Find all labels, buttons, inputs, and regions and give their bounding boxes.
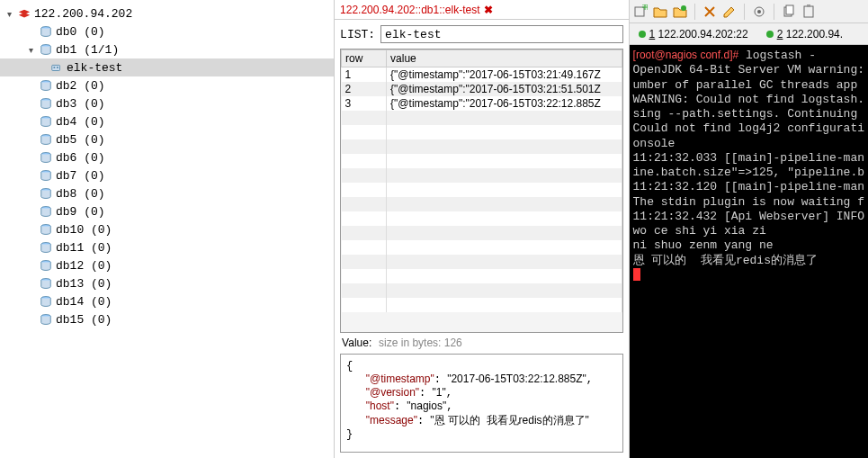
new-tab-icon[interactable]	[633, 4, 648, 19]
tree-db-label: db6 (0)	[56, 151, 105, 165]
terminal-tabs: 1 122.200.94.202:22 2 122.200.94.	[630, 23, 868, 45]
open-icon[interactable]	[653, 4, 667, 19]
db-icon	[40, 169, 52, 182]
list-table[interactable]: row value 1{"@timestamp":"2017-06-15T03:…	[340, 49, 622, 333]
tree-db-item[interactable]: db11 (0)	[0, 238, 334, 256]
tree-db-label: db0 (0)	[56, 25, 105, 39]
db-icon	[40, 97, 52, 110]
db-icon	[40, 241, 52, 254]
svg-rect-2	[52, 65, 60, 70]
redis-icon	[18, 7, 31, 20]
svg-point-20	[681, 5, 686, 11]
tree-db-label: db3 (0)	[56, 97, 105, 111]
tree-db-label: db7 (0)	[56, 169, 105, 183]
terminal-toolbar	[630, 0, 868, 23]
close-icon[interactable]: ✖	[484, 4, 493, 16]
tree-db-label: db9 (0)	[56, 205, 105, 219]
tree-db-item[interactable]: ▾ db1 (1/1)	[0, 40, 334, 58]
tree-db-label: db12 (0)	[56, 259, 112, 273]
tree-db-label: db1 (1/1)	[56, 43, 119, 57]
db-icon	[40, 313, 52, 326]
chevron-down-icon: ▾	[4, 9, 14, 19]
tree-db-item[interactable]: db6 (0)	[0, 148, 334, 166]
tree-db-label: db8 (0)	[56, 187, 105, 201]
tree-db-item[interactable]: db15 (0)	[0, 310, 334, 328]
terminal-tab[interactable]: 1 122.200.94.202:22	[630, 23, 757, 45]
svg-rect-3	[54, 67, 56, 68]
list-type-label: LIST:	[340, 28, 375, 41]
table-row[interactable]: 2{"@timestamp":"2017-06-15T03:21:51.501Z	[342, 82, 622, 96]
tree-db-label: db11 (0)	[56, 241, 112, 255]
svg-rect-4	[57, 67, 58, 68]
table-row[interactable]: 3{"@timestamp":"2017-06-15T03:22:12.885Z	[342, 96, 622, 111]
svg-rect-25	[804, 6, 813, 17]
db-icon	[40, 223, 52, 236]
terminal-tab[interactable]: 2 122.200.94.	[757, 23, 852, 45]
tree-db-item[interactable]: db0 (0)	[0, 22, 334, 40]
tree-pane: ▾ 122.200.94.202 db0 (0) ▾ db1 (1/1) elk…	[0, 0, 335, 458]
table-row[interactable]: 1{"@timestamp":"2017-06-15T03:21:49.167Z	[342, 67, 622, 83]
db-icon	[40, 259, 52, 272]
tree-db-item[interactable]: db12 (0)	[0, 256, 334, 274]
value-size-label: Value: size in bytes: 126	[335, 333, 628, 354]
breadcrumb: 122.200.94.202::db1::elk-test ✖	[335, 0, 628, 20]
db-icon	[40, 277, 52, 290]
key-icon	[50, 61, 63, 74]
status-dot-icon	[639, 31, 646, 38]
tree-db-label: db13 (0)	[56, 277, 112, 291]
svg-rect-26	[807, 4, 810, 7]
tree-db-label: db5 (0)	[56, 133, 105, 147]
copy-icon[interactable]	[782, 4, 796, 19]
breadcrumb-text: 122.200.94.202::db1::elk-test	[340, 4, 479, 16]
tree-root-label: 122.200.94.202	[34, 7, 132, 21]
tree-db-item[interactable]: db14 (0)	[0, 292, 334, 310]
db-icon	[40, 25, 52, 38]
tree-db-label: db14 (0)	[56, 295, 112, 309]
db-icon	[40, 79, 52, 92]
tree-key-item[interactable]: elk-test	[0, 58, 334, 76]
tree-db-item[interactable]: db7 (0)	[0, 166, 334, 184]
status-dot-icon	[766, 31, 774, 38]
col-row: row	[342, 50, 387, 67]
key-name-input[interactable]	[380, 25, 622, 43]
tree-db-item[interactable]: db4 (0)	[0, 112, 334, 130]
paste-icon[interactable]	[801, 4, 816, 19]
db-icon	[40, 133, 52, 146]
tree-db-label: db15 (0)	[56, 313, 112, 327]
edit-icon[interactable]	[722, 4, 737, 19]
db-icon	[40, 295, 52, 308]
tree-db-label: db10 (0)	[56, 223, 112, 237]
tree-db-item[interactable]: db5 (0)	[0, 130, 334, 148]
svg-rect-19	[635, 7, 644, 16]
reconnect-icon[interactable]	[702, 4, 717, 19]
tree-db-label: db2 (0)	[56, 79, 105, 93]
tree-db-item[interactable]: db9 (0)	[0, 202, 334, 220]
value-json-box[interactable]: { "@timestamp": "2017-06-15T03:22:12.885…	[340, 354, 622, 453]
db-icon	[40, 43, 52, 56]
duplicate-icon[interactable]	[673, 4, 687, 19]
tree-root[interactable]: ▾ 122.200.94.202	[0, 4, 334, 22]
detail-pane: 122.200.94.202::db1::elk-test ✖ LIST: ro…	[335, 0, 629, 458]
settings-icon[interactable]	[752, 4, 766, 19]
db-icon	[40, 187, 52, 200]
tree-db-item[interactable]: db8 (0)	[0, 184, 334, 202]
db-icon	[40, 115, 52, 128]
db-icon	[40, 151, 52, 164]
svg-point-22	[757, 10, 761, 13]
tree-db-item[interactable]: db3 (0)	[0, 94, 334, 112]
chevron-down-icon: ▾	[25, 45, 36, 55]
tree-db-item[interactable]: db2 (0)	[0, 76, 334, 94]
tree-db-item[interactable]: db10 (0)	[0, 220, 334, 238]
terminal-output[interactable]: [root@nagios conf.d]# logstash - OpenJDK…	[630, 45, 868, 458]
col-value: value	[387, 50, 622, 67]
tree-db-item[interactable]: db13 (0)	[0, 274, 334, 292]
terminal-pane: 1 122.200.94.202:22 2 122.200.94. [root@…	[630, 0, 868, 458]
tree-key-label: elk-test	[67, 61, 122, 75]
tree-db-label: db4 (0)	[56, 115, 105, 129]
db-icon	[40, 205, 52, 218]
svg-rect-24	[786, 5, 793, 14]
